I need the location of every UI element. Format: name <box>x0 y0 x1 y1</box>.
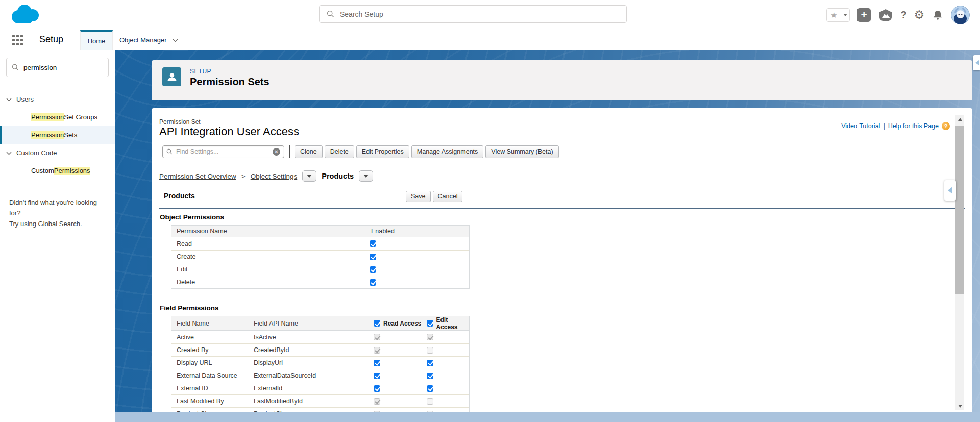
table-row: External IDExternalId <box>172 382 469 394</box>
scroll-up-icon[interactable] <box>955 115 964 123</box>
column-header: Permission Name <box>172 228 366 235</box>
edge-collapse-button[interactable] <box>973 55 980 70</box>
clear-search-icon[interactable]: ✕ <box>273 148 280 156</box>
display-url-edit-access-checkbox[interactable] <box>427 360 433 366</box>
content-scrollbar[interactable] <box>955 115 964 410</box>
sidebar-item-permission-sets[interactable]: Permission Sets <box>0 126 115 144</box>
field-api-name-cell: CreatedById <box>249 346 370 354</box>
permission-name-cell: Edit <box>172 266 366 273</box>
field-name-cell: Last Modified By <box>172 398 249 405</box>
setup-sidebar: permission UsersPermission Set GroupsPer… <box>0 50 115 422</box>
help-links: Video Tutorial | Help for this Page ? <box>841 122 950 130</box>
scroll-down-icon[interactable] <box>955 402 964 410</box>
read-access-header-checkbox[interactable] <box>374 320 380 327</box>
external-id-edit-access-checkbox[interactable] <box>427 385 433 392</box>
read-enabled-checkbox[interactable] <box>370 240 376 247</box>
setup-nav-bar: Setup Home Object Manager <box>0 30 980 50</box>
breadcrumb-separator: > <box>241 172 246 180</box>
help-icon[interactable]: ? <box>900 9 906 21</box>
enabled-cell <box>366 279 469 286</box>
setup-gear-icon[interactable]: ⚙ <box>914 9 924 21</box>
read-access-header: Read Access <box>370 320 423 327</box>
sidebar-section-users[interactable]: Users <box>0 90 115 108</box>
tab-home[interactable]: Home <box>80 30 113 50</box>
view-summary-beta-button[interactable]: View Summary (Beta) <box>485 145 558 158</box>
find-settings-input[interactable]: Find Settings... ✕ <box>162 145 284 158</box>
created-by-read-access-checkbox <box>374 347 380 354</box>
column-header: Enabled <box>366 228 469 235</box>
edit-access-cell <box>423 347 469 354</box>
cancel-button[interactable]: Cancel <box>433 191 463 202</box>
table-row: Edit <box>172 263 469 276</box>
column-header: Field API Name <box>249 320 370 327</box>
external-id-read-access-checkbox[interactable] <box>374 385 380 392</box>
breadcrumb-object-settings[interactable]: Object Settings <box>251 172 298 180</box>
created-by-edit-access-checkbox <box>427 347 433 354</box>
product-class-read-access-checkbox <box>374 411 380 413</box>
edit-enabled-checkbox[interactable] <box>370 266 376 273</box>
collapse-panel-button[interactable] <box>944 180 956 201</box>
read-access-cell <box>370 373 423 379</box>
help-for-page-link[interactable]: Help for this Page <box>888 122 939 130</box>
products-dropdown-button[interactable] <box>359 170 373 182</box>
favorites-star-icon[interactable]: ★ <box>827 9 841 21</box>
background-bottom-strip <box>115 412 980 422</box>
external-data-source-edit-access-checkbox[interactable] <box>427 373 433 379</box>
object-settings-dropdown-button[interactable] <box>302 170 316 182</box>
table-header: Permission Name Enabled <box>172 226 469 237</box>
favorites-caret-icon[interactable] <box>841 9 849 21</box>
display-url-read-access-checkbox[interactable] <box>374 360 380 366</box>
create-enabled-checkbox[interactable] <box>370 254 376 260</box>
field-name-cell: External ID <box>172 385 249 392</box>
field-permissions-title: Field Permissions <box>160 304 219 312</box>
last-modified-by-edit-access-checkbox <box>427 398 433 405</box>
global-search-input[interactable]: Search Setup <box>319 5 627 23</box>
sidebar-footer-text: Didn't find what you're looking for? Try… <box>9 197 109 229</box>
global-search-placeholder: Search Setup <box>340 10 383 18</box>
scrollbar-thumb[interactable] <box>955 126 964 294</box>
section-title: Products <box>164 192 195 200</box>
entity-type-label: Permission Set <box>159 118 201 126</box>
global-header: Search Setup ★ + ? ⚙ <box>0 0 980 30</box>
table-row: Read <box>172 237 469 250</box>
table-row: ActiveIsActive <box>172 331 469 343</box>
permission-sets-icon <box>162 67 181 86</box>
column-header: Field Name <box>172 320 249 327</box>
read-access-cell <box>370 398 423 405</box>
edit-access-cell <box>423 373 469 379</box>
table-row: Last Modified ByLastModifiedById <box>172 394 469 407</box>
sidebar-section-custom-code[interactable]: Custom Code <box>0 144 115 162</box>
field-name-cell: Product Class <box>172 410 249 412</box>
delete-enabled-checkbox[interactable] <box>370 279 376 286</box>
app-launcher-icon[interactable] <box>12 35 23 45</box>
field-api-name-cell: ExternalId <box>249 385 370 392</box>
sidebar-item-permission-set-groups[interactable]: Permission Set Groups <box>0 108 115 126</box>
global-actions: ★ + ? ⚙ <box>826 0 970 30</box>
edit-access-header-checkbox[interactable] <box>427 320 433 327</box>
field-api-name-cell: ExternalDataSourceId <box>249 372 370 379</box>
clone-button[interactable]: Clone <box>295 145 323 158</box>
tab-object-manager[interactable]: Object Manager <box>113 30 185 50</box>
sidebar-item-custom-permissions[interactable]: Custom Permissions <box>0 162 115 180</box>
field-api-name-cell: IsActive <box>249 334 370 341</box>
edit-properties-button[interactable]: Edit Properties <box>356 145 409 158</box>
quick-add-icon[interactable]: + <box>857 8 871 22</box>
salesforce-logo-icon[interactable] <box>8 2 43 27</box>
delete-button[interactable]: Delete <box>325 145 354 158</box>
read-access-cell <box>370 334 423 340</box>
video-tutorial-link[interactable]: Video Tutorial <box>841 122 880 130</box>
settings-breadcrumb: Permission Set Overview>Object SettingsP… <box>159 170 373 182</box>
breadcrumb-permission-set-overview[interactable]: Permission Set Overview <box>159 172 236 180</box>
guidance-center-icon[interactable] <box>878 8 893 22</box>
external-data-source-read-access-checkbox[interactable] <box>374 373 380 379</box>
search-icon <box>166 148 173 155</box>
help-orange-icon[interactable]: ? <box>942 122 950 130</box>
manage-assignments-button[interactable]: Manage Assignments <box>411 145 484 158</box>
page-title: Permission Sets <box>190 76 270 88</box>
save-button[interactable]: Save <box>406 191 431 202</box>
search-icon <box>327 10 334 18</box>
notifications-bell-icon[interactable] <box>932 9 944 21</box>
user-avatar[interactable] <box>951 6 970 24</box>
content-card: Permission Set API Integration User Acce… <box>152 108 972 412</box>
sidebar-search-input[interactable]: permission <box>6 58 109 77</box>
